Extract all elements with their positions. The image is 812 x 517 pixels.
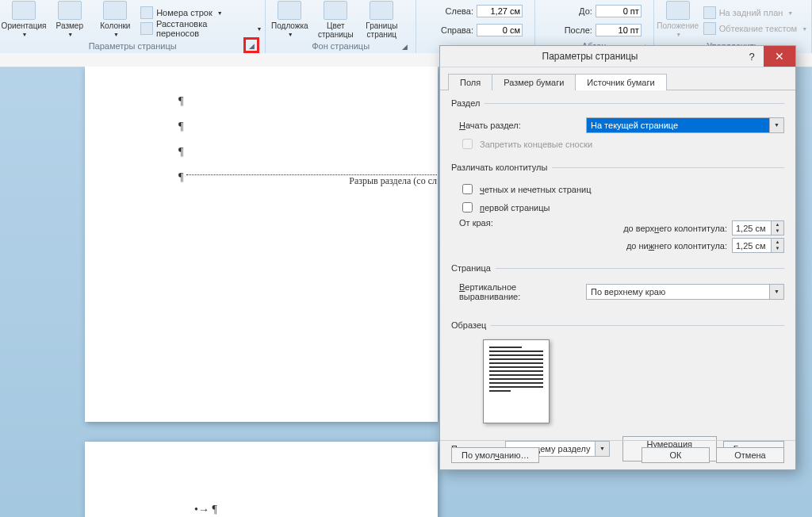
tab-paper-size[interactable]: Размер бумаги	[492, 74, 576, 90]
page-borders-icon	[370, 1, 393, 20]
indent-right-icon	[419, 25, 431, 36]
space-after-label: После:	[553, 25, 592, 35]
dialog-title: Параметры страницы	[440, 51, 740, 62]
header-dist-label: до верхнего колонтитула:	[623, 224, 727, 233]
page-bg-label: Фон страницы	[312, 41, 370, 51]
watermark-button[interactable]: Подложка▼	[269, 1, 310, 40]
default-button[interactable]: По умолчанию…	[451, 447, 539, 463]
page-legend: Страница	[451, 263, 496, 273]
valign-select[interactable]: По верхнему краю▼	[586, 284, 784, 300]
tab-fields[interactable]: Поля	[448, 74, 492, 90]
indent-left-icon	[419, 6, 431, 17]
line-numbers-icon	[140, 6, 153, 19]
indent-right-label: Справа:	[434, 25, 473, 35]
suppress-endnotes-label: Запретить концевые сноски	[480, 140, 592, 149]
ok-button[interactable]: ОК	[642, 447, 710, 463]
orientation-icon	[12, 1, 36, 20]
page-2[interactable]: •→ ¶	[85, 442, 438, 517]
size-icon	[58, 1, 82, 20]
footer-dist-input[interactable]: 1,25 см▲▼	[732, 238, 784, 253]
page-borders-button[interactable]: Границы страниц	[361, 1, 402, 40]
back-icon	[703, 6, 716, 19]
headers-legend: Различать колонтитулы	[451, 163, 552, 172]
hyphenation-button[interactable]: Расстановка переносов▼	[140, 22, 262, 35]
page-1[interactable]: ¶ ¶ ¶ ¶ Разрыв раздела (со сл	[85, 67, 438, 422]
first-page-label: первой страницы	[480, 203, 550, 213]
columns-icon	[103, 1, 127, 20]
indent-left-input[interactable]	[477, 5, 523, 17]
space-after-icon	[538, 25, 550, 36]
page-setup-label: Параметры страницы	[89, 41, 177, 51]
watermark-icon	[278, 1, 301, 20]
odd-even-label: четных и нечетных страниц	[480, 185, 591, 194]
preview-thumbnail	[483, 339, 550, 423]
hyphen-icon	[140, 22, 153, 35]
section-start-select[interactable]: На текущей странице▼	[586, 117, 784, 133]
columns-button[interactable]: Колонки▼	[95, 1, 136, 40]
page-bg-launcher[interactable]: ◢	[400, 40, 411, 52]
position-icon	[666, 1, 690, 20]
sample-legend: Образец	[451, 320, 491, 330]
first-page-checkbox[interactable]	[462, 202, 473, 213]
indent-left-label: Слева:	[434, 6, 473, 16]
orientation-button[interactable]: Ориентация▼	[3, 1, 44, 40]
send-back-button: На задний план▼	[703, 6, 807, 19]
page-setup-dialog: Параметры страницы ? ✕ Поля Размер бумаг…	[439, 45, 796, 470]
odd-even-checkbox[interactable]	[462, 184, 473, 194]
footer-dist-label: до нижнего колонтитула:	[626, 241, 727, 251]
space-before-input[interactable]	[596, 5, 642, 17]
wrap-icon	[703, 22, 716, 35]
position-button: Положение▼	[657, 1, 699, 40]
dialog-close-button[interactable]: ✕	[764, 46, 795, 67]
suppress-endnotes-checkbox	[462, 139, 473, 149]
size-button[interactable]: Размер▼	[49, 1, 90, 40]
valign-label: Вертикальное выравнивание:	[459, 282, 578, 301]
from-edge-label: От края:	[459, 218, 493, 228]
space-before-icon	[538, 6, 550, 17]
tab-paper-source[interactable]: Источник бумаги	[575, 74, 666, 90]
indent-right-input[interactable]	[477, 24, 523, 36]
line-numbers-button[interactable]: Номера строк▼	[140, 6, 262, 19]
section-start-label: Начать раздел:	[459, 121, 578, 130]
dialog-help-button[interactable]: ?	[740, 51, 764, 63]
text-wrap-button: Обтекание текстом▼	[703, 22, 807, 35]
space-after-input[interactable]	[596, 24, 642, 36]
page-color-icon	[324, 1, 347, 20]
space-before-label: До:	[553, 6, 592, 16]
page-setup-launcher[interactable]: ◢	[244, 38, 259, 52]
section-break-text: Разрыв раздела (со сл	[349, 175, 437, 186]
section-legend: Раздел	[451, 98, 485, 108]
header-dist-input[interactable]: 1,25 см▲▼	[732, 220, 784, 236]
cancel-button[interactable]: Отмена	[716, 447, 784, 463]
page-color-button[interactable]: Цвет страницы	[315, 1, 356, 40]
